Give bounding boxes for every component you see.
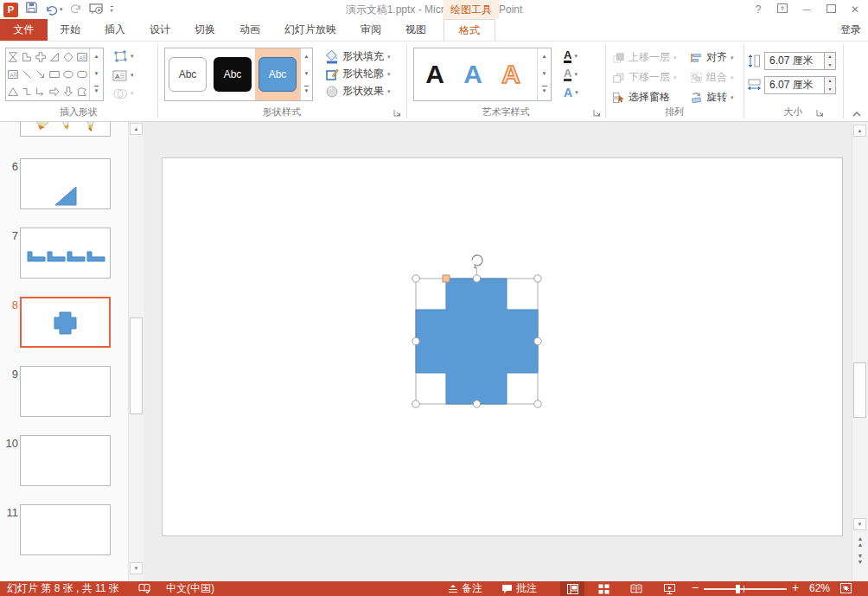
sign-in-link[interactable]: 登录 — [840, 19, 861, 41]
shape-styles-more-icon[interactable]: ▼ — [301, 83, 312, 100]
wordart-more-icon[interactable]: ▼ — [538, 83, 551, 100]
next-slide-button[interactable]: ▼▼ — [855, 553, 865, 565]
resize-handle-nw[interactable] — [412, 275, 419, 282]
shape-style-preset-3-selected[interactable]: Abc — [255, 48, 300, 100]
width-spinner[interactable]: ▲▼ — [825, 76, 836, 94]
previous-slide-button[interactable]: ▲▲ — [855, 535, 865, 548]
shape-vertical-textbox-icon[interactable]: A — [6, 66, 20, 83]
thumbnail-scroll-down-icon[interactable]: ▼ — [130, 562, 143, 574]
shape-style-preset-2[interactable]: Abc — [210, 57, 255, 92]
spell-check-icon[interactable] — [138, 583, 150, 596]
rotation-handle[interactable] — [472, 255, 482, 268]
shape-diamond-icon[interactable] — [61, 48, 75, 66]
help-icon[interactable]: ? — [752, 3, 764, 16]
text-effects-button[interactable]: A ▾ — [564, 84, 578, 101]
text-outline-button[interactable]: A ▾ — [564, 66, 578, 83]
maximize-icon[interactable] — [825, 3, 837, 16]
resize-handle-n[interactable] — [473, 275, 480, 282]
shapes-gallery-more-icon[interactable]: ▼ — [90, 83, 103, 100]
zoom-out-button[interactable]: − — [692, 580, 699, 595]
canvas-scrollbar[interactable]: ▲ ▼ ▲▲ ▼▼ — [852, 122, 868, 581]
tab-design[interactable]: 设计 — [137, 19, 182, 41]
selection-pane-button[interactable]: 选择窗格 — [612, 89, 670, 106]
rotate-button[interactable]: 旋转▾ — [690, 89, 734, 106]
text-outline-caret-icon[interactable]: ▾ — [574, 71, 578, 78]
tab-slideshow[interactable]: 幻灯片放映 — [272, 19, 348, 41]
edit-shape-caret-icon[interactable]: ▾ — [131, 53, 134, 60]
thumbnail-slide-9[interactable] — [20, 366, 111, 417]
shape-styles-down-icon[interactable]: ▼ — [301, 66, 312, 83]
shapes-gallery-down-icon[interactable]: ▼ — [90, 66, 103, 83]
thumbnail-scrollbar[interactable]: ▲ ▼ — [128, 122, 144, 581]
slide-counter[interactable]: 幻灯片 第 8 张 , 共 11 张 — [7, 581, 119, 596]
shape-styles-up-icon[interactable]: ▲ — [301, 48, 312, 66]
thumbnail-slide-10[interactable] — [20, 435, 111, 486]
shape-textbox-icon[interactable]: A — [75, 48, 89, 66]
shape-triangle-icon[interactable] — [6, 83, 20, 100]
shape-elbow-arrow-icon[interactable] — [34, 83, 48, 100]
resize-handle-se[interactable] — [534, 401, 541, 407]
align-button[interactable]: 对齐▾ — [690, 49, 734, 66]
language-indicator[interactable]: 中文(中国) — [166, 581, 214, 596]
slide-canvas-area[interactable] — [144, 122, 852, 581]
view-reading-button[interactable] — [624, 581, 648, 596]
collapse-ribbon-icon[interactable] — [852, 109, 862, 121]
minimize-icon[interactable]: ─ — [801, 3, 813, 16]
tab-file[interactable]: 文件 — [0, 19, 48, 41]
shape-hourglass-icon[interactable] — [6, 48, 20, 66]
shape-cross-icon[interactable] — [34, 48, 48, 66]
thumbnail-slide-5-partial[interactable] — [20, 122, 111, 137]
resize-handle-e[interactable] — [534, 337, 541, 344]
text-box-button[interactable]: A ▾ — [112, 67, 134, 84]
shape-right-triangle-icon[interactable] — [48, 48, 61, 66]
adjustment-handle[interactable] — [443, 275, 450, 282]
ribbon-display-icon[interactable] — [776, 3, 788, 16]
wordart-preset-1[interactable]: A — [416, 49, 454, 99]
height-input[interactable]: 6.07 厘米 — [764, 52, 825, 70]
shape-down-arrow-icon[interactable] — [61, 83, 75, 100]
zoom-level[interactable]: 62% — [809, 581, 830, 596]
comments-button[interactable]: 批注 — [516, 581, 537, 596]
shapes-gallery[interactable]: A A ▲ ▼ ▼ — [5, 48, 104, 101]
tab-view[interactable]: 视图 — [393, 19, 438, 41]
thumbnail-scroll-up-icon[interactable]: ▲ — [130, 123, 143, 135]
zoom-slider-track[interactable] — [704, 588, 787, 590]
resize-handle-s[interactable] — [473, 401, 480, 407]
thumbnail-slide-7[interactable] — [20, 228, 111, 279]
resize-handle-ne[interactable] — [534, 275, 541, 282]
text-fill-button[interactable]: A ▾ — [564, 48, 578, 65]
shape-styles-dialog-launcher-icon[interactable] — [393, 109, 402, 118]
shape-right-arrow-icon[interactable] — [48, 83, 61, 100]
shape-arrow-icon[interactable] — [34, 66, 48, 83]
wordart-preset-2[interactable]: A — [454, 49, 492, 99]
view-slide-sorter-button[interactable] — [591, 581, 616, 596]
wordart-down-icon[interactable]: ▼ — [538, 66, 551, 83]
shape-freeform-icon[interactable] — [20, 83, 34, 100]
text-effects-caret-icon[interactable]: ▾ — [575, 89, 578, 96]
tab-format-active[interactable]: 格式 — [444, 19, 495, 41]
shape-oval-icon[interactable] — [61, 66, 75, 83]
close-icon[interactable]: ✕ — [849, 3, 861, 16]
shape-line-icon[interactable] — [20, 66, 34, 83]
tab-review[interactable]: 审阅 — [348, 19, 393, 41]
shape-fill-button[interactable]: 形状填充▾ — [325, 48, 391, 65]
shape-effects-button[interactable]: 形状效果▾ — [325, 83, 391, 99]
zoom-in-button[interactable]: + — [792, 580, 799, 595]
width-input[interactable]: 6.07 厘米 — [764, 76, 825, 94]
wordart-preset-3[interactable]: A — [492, 49, 530, 99]
wordart-dialog-launcher-icon[interactable] — [593, 109, 602, 118]
tab-animations[interactable]: 动画 — [227, 19, 272, 41]
text-box-caret-icon[interactable]: ▾ — [131, 72, 134, 79]
size-dialog-launcher-icon[interactable] — [816, 109, 825, 118]
thumbnail-scroll-thumb[interactable] — [130, 317, 143, 414]
view-slideshow-button[interactable] — [657, 581, 681, 596]
shape-rounded-rectangle-icon[interactable] — [75, 66, 89, 83]
tab-insert[interactable]: 插入 — [93, 19, 137, 41]
canvas-scroll-down-icon[interactable]: ▼ — [853, 518, 866, 530]
thumbnail-slide-6[interactable] — [20, 158, 111, 209]
fit-slide-to-window-icon[interactable] — [840, 583, 852, 596]
shapes-gallery-up-icon[interactable]: ▲ — [90, 48, 103, 66]
merge-shapes-button[interactable]: ▾ — [112, 85, 134, 102]
selected-shape-cross[interactable] — [416, 279, 538, 404]
canvas-scroll-thumb[interactable] — [853, 362, 866, 418]
